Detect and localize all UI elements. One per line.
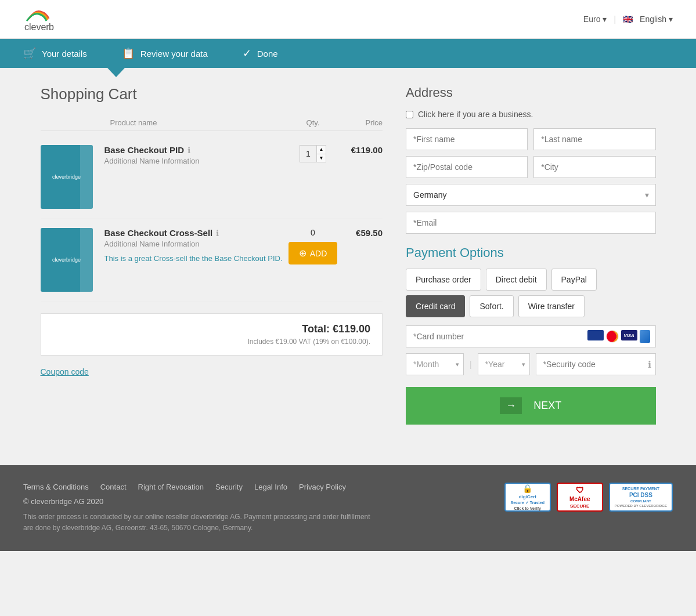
- col-price: Price: [336, 118, 383, 127]
- footer-left: Terms & Conditions Contact Right of Revo…: [23, 483, 372, 534]
- year-select[interactable]: *Year 2024 2025 2026 2027 2028 2029: [478, 353, 530, 375]
- footer-link-legal[interactable]: Legal Info: [254, 483, 287, 491]
- add-button[interactable]: ⊕ ADD: [289, 242, 338, 264]
- product-name-2: Base Checkout Cross-Sell: [104, 228, 213, 238]
- lang-label: English: [640, 15, 666, 24]
- footer-desc: This order process is conducted by our o…: [23, 512, 372, 534]
- step-done-label: Done: [257, 49, 278, 59]
- cart-icon: 🛒: [23, 47, 36, 60]
- payment-options-grid: Purchase order Direct debit PayPal Credi…: [406, 269, 656, 317]
- first-name-input[interactable]: [406, 128, 528, 150]
- coupon-code-link[interactable]: Coupon code: [41, 367, 89, 376]
- business-checkbox[interactable]: [406, 111, 413, 118]
- month-select-wrap: *Month 01 02 03 04 05 06 07 08 09 10 11 …: [406, 353, 464, 375]
- product-name-1: Base Checkout PID: [104, 145, 185, 155]
- last-name-input[interactable]: [533, 128, 655, 150]
- pci-badge[interactable]: SECURE PAYMENT PCI DSS COMPLIANT POWERED…: [609, 483, 673, 512]
- divider: |: [614, 15, 616, 24]
- col-qty: Qty.: [290, 118, 336, 127]
- currency-selector[interactable]: Euro ▾: [583, 15, 607, 24]
- currency-dropdown-icon: ▾: [603, 15, 607, 24]
- mcafee-secure: SECURE: [570, 503, 589, 509]
- year-select-wrap: *Year 2024 2025 2026 2027 2028 2029: [478, 353, 530, 375]
- product-box-label-2: cleverbridge: [52, 257, 81, 263]
- flag-icon: 🇬🇧: [623, 15, 633, 24]
- address-section: Address Click here if you are a business…: [406, 85, 656, 234]
- month-select[interactable]: *Month 01 02 03 04 05 06 07 08 09 10 11 …: [406, 353, 464, 375]
- qty-control-1: 1 ▲ ▼: [300, 145, 326, 162]
- product-image-2: cleverbridge: [41, 228, 104, 292]
- country-select[interactable]: Germany United Kingdom United States Fra…: [406, 184, 656, 206]
- add-label: ADD: [310, 249, 327, 258]
- footer-link-revocation[interactable]: Right of Revocation: [138, 483, 204, 491]
- mcafee-label: McAfee: [569, 496, 590, 502]
- left-column: Shopping Cart Product name Qty. Price cl…: [41, 85, 383, 425]
- payment-btn-paypal[interactable]: PayPal: [551, 269, 597, 291]
- next-button-label: NEXT: [533, 400, 561, 412]
- total-amount: Total: €119.00: [53, 323, 371, 335]
- business-check[interactable]: Click here if you are a business.: [406, 110, 656, 119]
- digicert-badge[interactable]: 🔒 digiCert Secure ✓ Trusted Click to Ver…: [504, 483, 551, 512]
- qty-zero: 0: [311, 228, 315, 237]
- qty-up-1[interactable]: ▲: [317, 146, 326, 154]
- product-box-2: cleverbridge: [41, 228, 93, 292]
- product-image-1: cleverbridge: [41, 145, 104, 209]
- amex-icon: [640, 330, 650, 343]
- product-info-2: Base Checkout Cross-Sell ℹ Additional Na…: [104, 228, 290, 263]
- payment-btn-wire-transfer[interactable]: Wire transfer: [518, 295, 585, 317]
- payment-btn-direct-debit[interactable]: Direct debit: [486, 269, 547, 291]
- next-button[interactable]: → NEXT: [406, 387, 656, 425]
- business-check-label: Click here if you are a business.: [418, 110, 533, 119]
- security-code-input[interactable]: [536, 353, 656, 375]
- step-review[interactable]: 📋 Review your data: [122, 47, 208, 60]
- footer-link-terms[interactable]: Terms & Conditions: [23, 483, 89, 491]
- payment-btn-credit-card[interactable]: Credit card: [406, 295, 465, 317]
- info-icon-1[interactable]: ℹ: [187, 146, 190, 155]
- product-box-1: cleverbridge: [41, 145, 93, 209]
- cart-table: Product name Qty. Price cleverbridge Bas…: [41, 115, 383, 302]
- digicert-icon: 🔒: [522, 484, 532, 493]
- product-sub-2: Additional Name Information: [104, 240, 290, 248]
- info-icon-2[interactable]: ℹ: [216, 229, 219, 238]
- pci-label2: PCI DSS: [629, 492, 652, 498]
- qty-down-1[interactable]: ▼: [317, 154, 326, 162]
- digicert-label: digiCert: [519, 494, 536, 499]
- card-icons: VISA: [587, 330, 650, 343]
- address-title: Address: [406, 85, 656, 100]
- cross-sell-desc: This is a great Cross-sell the the Base …: [104, 254, 290, 263]
- name-row: [406, 128, 656, 150]
- pci-label3: COMPLIANT: [630, 499, 651, 503]
- card-number-wrap: VISA: [406, 325, 656, 347]
- qty-value-1: 1: [300, 146, 317, 162]
- payment-btn-purchase-order[interactable]: Purchase order: [406, 269, 481, 291]
- mcafee-badge[interactable]: 🛡 McAfee SECURE: [557, 483, 603, 512]
- pci-cb-label: POWERED BY CLEVERBRIDGE: [615, 504, 667, 508]
- product-price-1: €119.00: [336, 145, 383, 155]
- footer-link-contact[interactable]: Contact: [100, 483, 127, 491]
- step-done[interactable]: ✓ Done: [243, 47, 278, 60]
- product-qty-1: 1 ▲ ▼: [290, 145, 336, 162]
- zip-input[interactable]: [406, 156, 528, 178]
- payment-btn-sofort[interactable]: Sofort.: [470, 295, 513, 317]
- checkmark-icon: ✓: [243, 47, 251, 60]
- product-sub-1: Additional Name Information: [104, 157, 290, 165]
- pci-label1: SECURE PAYMENT: [622, 487, 659, 491]
- city-input[interactable]: [533, 156, 655, 178]
- nav-steps: 🛒 Your details 📋 Review your data ✓ Done: [0, 39, 696, 68]
- card-details-row: *Month 01 02 03 04 05 06 07 08 09 10 11 …: [406, 353, 656, 375]
- security-info-icon[interactable]: ℹ: [648, 359, 651, 370]
- right-column: Address Click here if you are a business…: [406, 85, 656, 425]
- digicert-verify: Click to Verify: [514, 506, 541, 510]
- currency-label: Euro: [583, 15, 601, 24]
- security-input-wrap: ℹ: [536, 353, 656, 375]
- step-your-details[interactable]: 🛒 Your details: [23, 47, 87, 60]
- lang-selector[interactable]: English ▾: [640, 15, 673, 24]
- cart-total: Total: €119.00 Includes €19.00 VAT (19% …: [41, 313, 383, 356]
- footer-link-security[interactable]: Security: [215, 483, 243, 491]
- footer-link-privacy[interactable]: Privacy Policy: [299, 483, 346, 491]
- cart-title: Shopping Cart: [41, 85, 383, 103]
- footer-inner: Terms & Conditions Contact Right of Revo…: [23, 483, 673, 534]
- footer-links: Terms & Conditions Contact Right of Revo…: [23, 483, 372, 491]
- mastercard-icon: [606, 330, 619, 343]
- email-input[interactable]: [406, 212, 656, 234]
